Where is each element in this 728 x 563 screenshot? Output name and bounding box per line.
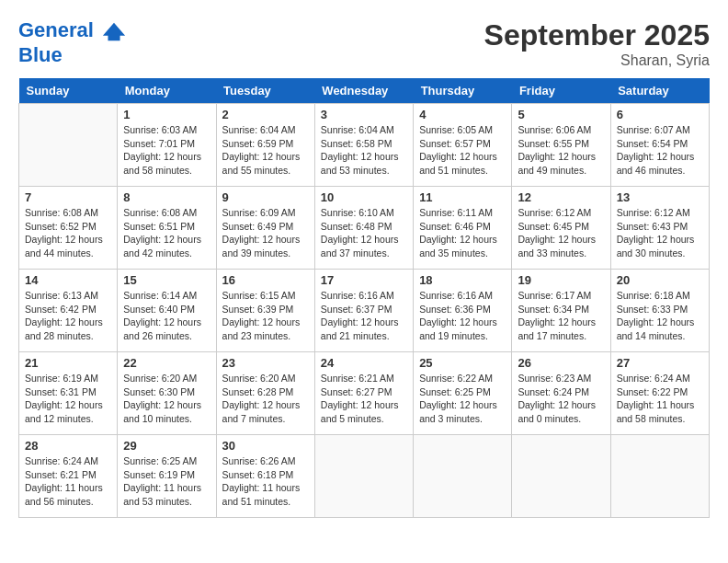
day-info: Sunrise: 6:06 AM Sunset: 6:55 PM Dayligh… <box>518 123 604 178</box>
logo-text: General <box>18 18 127 44</box>
day-info: Sunrise: 6:12 AM Sunset: 6:43 PM Dayligh… <box>617 206 703 260</box>
day-header-tuesday: Tuesday <box>216 78 314 104</box>
day-header-monday: Monday <box>118 78 216 104</box>
day-number: 17 <box>321 273 407 287</box>
day-info: Sunrise: 6:26 AM Sunset: 6:18 PM Dayligh… <box>222 454 309 509</box>
day-info: Sunrise: 6:12 AM Sunset: 6:45 PM Dayligh… <box>518 206 604 260</box>
day-number: 21 <box>25 356 111 370</box>
day-info: Sunrise: 6:24 AM Sunset: 6:22 PM Dayligh… <box>617 372 703 426</box>
day-number: 1 <box>123 108 210 121</box>
day-info: Sunrise: 6:11 AM Sunset: 6:46 PM Dayligh… <box>419 206 506 260</box>
day-info: Sunrise: 6:03 AM Sunset: 7:01 PM Dayligh… <box>123 123 210 178</box>
calendar-cell: 23Sunrise: 6:20 AM Sunset: 6:28 PM Dayli… <box>216 352 314 435</box>
day-header-friday: Friday <box>512 78 610 104</box>
day-info: Sunrise: 6:20 AM Sunset: 6:28 PM Dayligh… <box>222 372 309 426</box>
calendar-cell: 1Sunrise: 6:03 AM Sunset: 7:01 PM Daylig… <box>118 104 216 187</box>
calendar-cell: 7Sunrise: 6:08 AM Sunset: 6:52 PM Daylig… <box>19 187 118 270</box>
calendar-week-row: 28Sunrise: 6:24 AM Sunset: 6:21 PM Dayli… <box>19 435 710 518</box>
day-info: Sunrise: 6:14 AM Sunset: 6:40 PM Dayligh… <box>123 289 210 343</box>
calendar-cell <box>512 435 610 518</box>
day-number: 2 <box>222 108 309 121</box>
day-info: Sunrise: 6:15 AM Sunset: 6:39 PM Dayligh… <box>222 289 309 343</box>
day-number: 14 <box>25 273 111 287</box>
calendar-cell: 2Sunrise: 6:04 AM Sunset: 6:59 PM Daylig… <box>216 104 314 187</box>
calendar-cell: 18Sunrise: 6:16 AM Sunset: 6:36 PM Dayli… <box>414 270 512 352</box>
day-info: Sunrise: 6:17 AM Sunset: 6:34 PM Dayligh… <box>518 289 604 343</box>
location: Sharan, Syria <box>484 52 710 69</box>
day-number: 30 <box>222 439 309 453</box>
day-number: 27 <box>617 356 703 370</box>
day-info: Sunrise: 6:19 AM Sunset: 6:31 PM Dayligh… <box>25 372 111 426</box>
day-number: 22 <box>123 356 210 370</box>
day-number: 3 <box>321 108 407 121</box>
day-number: 9 <box>222 190 309 204</box>
day-info: Sunrise: 6:18 AM Sunset: 6:33 PM Dayligh… <box>617 289 703 343</box>
day-info: Sunrise: 6:20 AM Sunset: 6:30 PM Dayligh… <box>123 372 210 426</box>
day-number: 7 <box>25 190 111 204</box>
day-number: 8 <box>123 190 210 204</box>
day-info: Sunrise: 6:25 AM Sunset: 6:19 PM Dayligh… <box>123 454 210 509</box>
calendar-cell: 15Sunrise: 6:14 AM Sunset: 6:40 PM Dayli… <box>118 270 216 352</box>
day-header-thursday: Thursday <box>414 78 512 104</box>
day-info: Sunrise: 6:08 AM Sunset: 6:52 PM Dayligh… <box>25 206 111 260</box>
calendar-cell: 9Sunrise: 6:09 AM Sunset: 6:49 PM Daylig… <box>216 187 314 270</box>
calendar-week-row: 7Sunrise: 6:08 AM Sunset: 6:52 PM Daylig… <box>19 187 710 270</box>
calendar-cell: 3Sunrise: 6:04 AM Sunset: 6:58 PM Daylig… <box>314 104 413 187</box>
calendar-cell: 5Sunrise: 6:06 AM Sunset: 6:55 PM Daylig… <box>512 104 610 187</box>
calendar-cell: 17Sunrise: 6:16 AM Sunset: 6:37 PM Dayli… <box>314 270 413 352</box>
day-number: 12 <box>518 190 604 204</box>
day-number: 19 <box>518 273 604 287</box>
calendar-header-row: SundayMondayTuesdayWednesdayThursdayFrid… <box>19 78 710 104</box>
calendar-cell: 11Sunrise: 6:11 AM Sunset: 6:46 PM Dayli… <box>414 187 512 270</box>
day-number: 16 <box>222 273 309 287</box>
calendar-cell: 8Sunrise: 6:08 AM Sunset: 6:51 PM Daylig… <box>118 187 216 270</box>
calendar-cell: 4Sunrise: 6:05 AM Sunset: 6:57 PM Daylig… <box>414 104 512 187</box>
logo: General Blue <box>18 18 127 66</box>
day-number: 29 <box>123 439 210 453</box>
day-number: 25 <box>419 356 506 370</box>
calendar-week-row: 21Sunrise: 6:19 AM Sunset: 6:31 PM Dayli… <box>19 352 710 435</box>
day-info: Sunrise: 6:04 AM Sunset: 6:59 PM Dayligh… <box>222 123 309 178</box>
day-info: Sunrise: 6:24 AM Sunset: 6:21 PM Dayligh… <box>25 454 111 509</box>
calendar-cell: 29Sunrise: 6:25 AM Sunset: 6:19 PM Dayli… <box>118 435 216 518</box>
calendar-cell: 27Sunrise: 6:24 AM Sunset: 6:22 PM Dayli… <box>610 352 709 435</box>
day-info: Sunrise: 6:09 AM Sunset: 6:49 PM Dayligh… <box>222 206 309 260</box>
day-info: Sunrise: 6:08 AM Sunset: 6:51 PM Dayligh… <box>123 206 210 260</box>
calendar-cell: 14Sunrise: 6:13 AM Sunset: 6:42 PM Dayli… <box>19 270 118 352</box>
day-info: Sunrise: 6:22 AM Sunset: 6:25 PM Dayligh… <box>419 372 506 426</box>
day-info: Sunrise: 6:13 AM Sunset: 6:42 PM Dayligh… <box>25 289 111 343</box>
calendar-cell: 21Sunrise: 6:19 AM Sunset: 6:31 PM Dayli… <box>19 352 118 435</box>
day-number: 4 <box>419 108 506 121</box>
day-info: Sunrise: 6:16 AM Sunset: 6:36 PM Dayligh… <box>419 289 506 343</box>
day-header-sunday: Sunday <box>19 78 118 104</box>
logo-line1: General <box>18 18 94 41</box>
calendar-week-row: 14Sunrise: 6:13 AM Sunset: 6:42 PM Dayli… <box>19 270 710 352</box>
calendar-cell: 24Sunrise: 6:21 AM Sunset: 6:27 PM Dayli… <box>314 352 413 435</box>
page-header: General Blue September 2025 Sharan, Syri… <box>18 18 710 69</box>
day-number: 24 <box>321 356 407 370</box>
calendar-cell: 19Sunrise: 6:17 AM Sunset: 6:34 PM Dayli… <box>512 270 610 352</box>
day-number: 23 <box>222 356 309 370</box>
svg-marker-0 <box>103 23 125 41</box>
day-info: Sunrise: 6:10 AM Sunset: 6:48 PM Dayligh… <box>321 206 407 260</box>
day-number: 28 <box>25 439 111 453</box>
day-header-wednesday: Wednesday <box>314 78 413 104</box>
calendar-cell: 20Sunrise: 6:18 AM Sunset: 6:33 PM Dayli… <box>610 270 709 352</box>
calendar-table: SundayMondayTuesdayWednesdayThursdayFrid… <box>18 78 710 518</box>
day-info: Sunrise: 6:04 AM Sunset: 6:58 PM Dayligh… <box>321 123 407 178</box>
calendar-cell: 28Sunrise: 6:24 AM Sunset: 6:21 PM Dayli… <box>19 435 118 518</box>
day-number: 6 <box>617 108 703 121</box>
title-block: September 2025 Sharan, Syria <box>484 18 710 69</box>
day-info: Sunrise: 6:21 AM Sunset: 6:27 PM Dayligh… <box>321 372 407 426</box>
day-info: Sunrise: 6:07 AM Sunset: 6:54 PM Dayligh… <box>617 123 703 178</box>
calendar-cell <box>610 435 709 518</box>
logo-line2: Blue <box>18 44 127 66</box>
day-info: Sunrise: 6:05 AM Sunset: 6:57 PM Dayligh… <box>419 123 506 178</box>
calendar-cell: 26Sunrise: 6:23 AM Sunset: 6:24 PM Dayli… <box>512 352 610 435</box>
day-number: 5 <box>518 108 604 121</box>
calendar-cell: 22Sunrise: 6:20 AM Sunset: 6:30 PM Dayli… <box>118 352 216 435</box>
calendar-cell: 16Sunrise: 6:15 AM Sunset: 6:39 PM Dayli… <box>216 270 314 352</box>
day-number: 26 <box>518 356 604 370</box>
calendar-cell <box>19 104 118 187</box>
calendar-cell: 13Sunrise: 6:12 AM Sunset: 6:43 PM Dayli… <box>610 187 709 270</box>
